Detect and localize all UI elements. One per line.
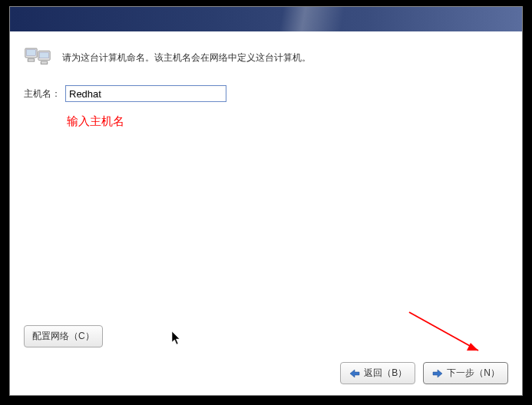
config-network-button[interactable]: 配置网络（C） — [24, 325, 103, 347]
hostname-label: 主机名： — [24, 87, 61, 100]
next-label: 下一步（N） — [447, 367, 500, 380]
computer-icon — [24, 47, 51, 68]
svg-rect-5 — [41, 61, 48, 64]
svg-line-6 — [409, 312, 478, 351]
header-banner — [10, 7, 522, 31]
svg-rect-1 — [27, 50, 36, 56]
svg-marker-7 — [467, 343, 478, 351]
next-button[interactable]: 下一步（N） — [423, 362, 508, 384]
svg-rect-4 — [40, 52, 49, 58]
hostname-input[interactable] — [65, 85, 226, 102]
arrow-right-icon — [431, 368, 444, 379]
svg-rect-2 — [28, 59, 35, 61]
instruction-row: 请为这台计算机命名。该主机名会在网络中定义这台计算机。 — [24, 47, 508, 68]
hostname-row: 主机名： — [24, 85, 508, 102]
annotation-arrow — [405, 308, 490, 364]
back-label: 返回（B） — [364, 367, 407, 380]
arrow-left-icon — [349, 368, 361, 379]
content-area: 请为这台计算机命名。该主机名会在网络中定义这台计算机。 主机名： 输入主机名 配… — [10, 31, 522, 395]
config-network-area: 配置网络（C） — [24, 325, 103, 347]
back-button[interactable]: 返回（B） — [340, 362, 415, 384]
cursor-icon — [171, 331, 182, 348]
installer-window: 请为这台计算机命名。该主机名会在网络中定义这台计算机。 主机名： 输入主机名 配… — [9, 6, 523, 396]
config-network-label: 配置网络（C） — [32, 330, 94, 343]
annotation-text: 输入主机名 — [67, 114, 508, 129]
instruction-text: 请为这台计算机命名。该主机名会在网络中定义这台计算机。 — [62, 51, 311, 64]
footer-buttons: 返回（B） 下一步（N） — [340, 362, 508, 384]
